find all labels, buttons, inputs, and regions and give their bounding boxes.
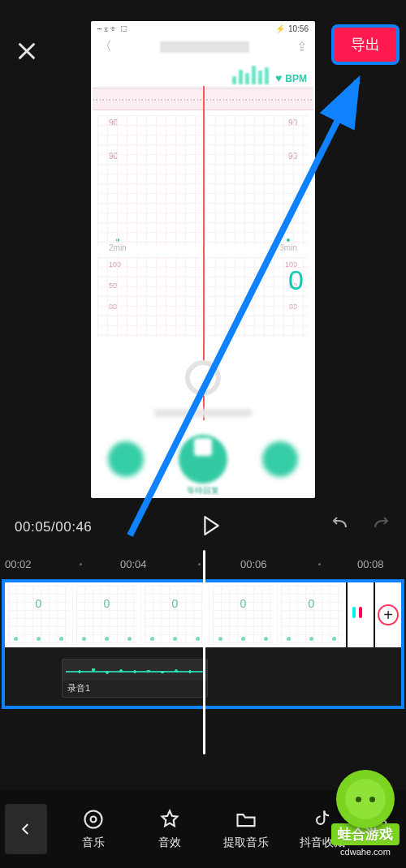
close-button[interactable]	[15, 39, 39, 63]
video-segment[interactable]: 0	[209, 582, 278, 647]
frog-logo-icon	[336, 770, 395, 828]
share-icon: ⇪	[296, 39, 307, 54]
ruler-tick: 00:02	[5, 558, 32, 570]
undo-button[interactable]	[330, 516, 349, 539]
toolbar-back-button[interactable]	[5, 804, 47, 854]
video-preview[interactable]: ⋯ ⁙ ᯤ ⬚ ⚡10:56 〈 ⇪ ♥ BPM 9090 9090 2min	[0, 81, 406, 503]
music-button[interactable]: 音乐	[55, 808, 132, 850]
preview-caption: 等待回复	[187, 485, 219, 496]
phone-status-bar: ⋯ ⁙ ᯤ ⬚ ⚡10:56	[91, 21, 315, 35]
add-segment-button[interactable]: +	[374, 582, 401, 647]
redo-button[interactable]	[372, 516, 391, 539]
tool-label: 音乐	[82, 836, 105, 850]
folder-icon	[235, 808, 257, 831]
tool-label: 提取音乐	[223, 836, 269, 850]
blurred-subtitle	[154, 409, 252, 417]
plus-icon: +	[378, 604, 399, 625]
preview-frame: ⋯ ⁙ ᯤ ⬚ ⚡10:56 〈 ⇪ ♥ BPM 9090 9090 2min	[91, 21, 315, 498]
douyin-icon	[311, 808, 334, 831]
ruler-tick: 00:08	[357, 558, 384, 570]
play-icon	[202, 515, 220, 536]
counter-zero: 0	[288, 264, 304, 296]
phone-topbar: 〈 ⇪	[91, 35, 315, 58]
action-circles	[91, 435, 315, 483]
star-icon	[158, 808, 181, 831]
waveform-icon	[66, 663, 204, 681]
chevron-left-icon: 〈	[99, 38, 112, 55]
tool-label: 音效	[158, 836, 181, 850]
chevron-left-icon	[19, 822, 33, 836]
bpm-row: ♥ BPM	[91, 58, 315, 88]
close-icon	[15, 40, 38, 62]
video-segment[interactable]: 0	[278, 582, 346, 647]
watermark-url: cdwahe.com	[340, 847, 391, 857]
undo-icon	[330, 516, 349, 535]
ruler-tick: 00:04	[120, 558, 147, 570]
ruler-tick: 00:06	[240, 558, 267, 570]
bpm-bars-icon	[232, 63, 269, 84]
audio-clip-label: 录音1	[63, 681, 207, 697]
record-ring-icon	[185, 360, 221, 396]
video-segment[interactable]: 0	[73, 582, 141, 647]
export-button[interactable]: 导出	[335, 28, 396, 62]
playhead[interactable]	[203, 550, 205, 754]
sfx-button[interactable]: 音效	[132, 808, 208, 850]
play-button[interactable]	[202, 515, 220, 539]
time-label: 00:05/00:46	[15, 519, 92, 535]
svg-point-2	[90, 817, 96, 823]
watermark: 蛙合游戏 cdwahe.com	[331, 770, 400, 857]
extract-music-button[interactable]: 提取音乐	[208, 808, 284, 850]
audio-clip[interactable]: 录音1	[62, 659, 208, 698]
redo-icon	[372, 516, 391, 535]
music-icon	[82, 808, 105, 831]
blurred-title	[160, 41, 249, 53]
svg-point-1	[84, 811, 102, 828]
video-segment[interactable]: 0	[5, 582, 73, 647]
heart-icon: ♥	[275, 71, 282, 84]
bpm-label: BPM	[285, 73, 307, 84]
playback-bar: 00:05/00:46	[0, 503, 406, 552]
video-segment[interactable]: 0	[141, 582, 209, 647]
segment-extra[interactable]	[346, 582, 374, 647]
